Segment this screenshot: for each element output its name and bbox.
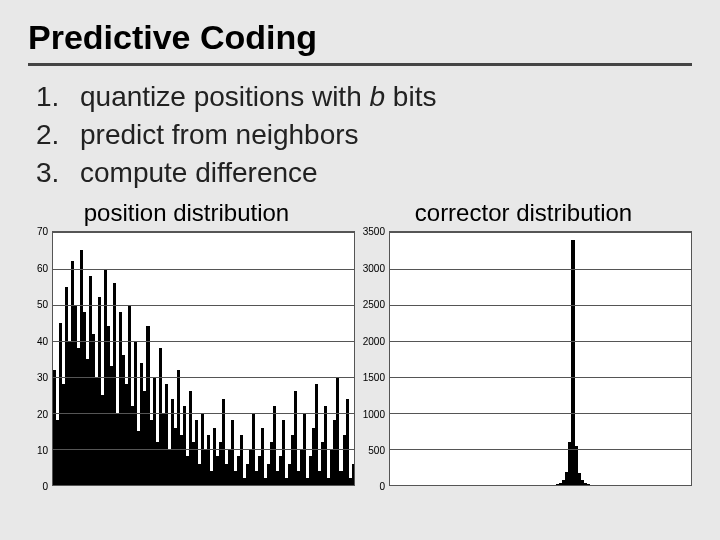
chart-plot-area [389,231,692,486]
y-tick-label: 1000 [363,408,385,419]
y-tick-label: 3500 [363,226,385,237]
charts-row: position distribution 010203040506070 co… [18,195,692,486]
y-axis-labels: 010203040506070 [18,231,52,486]
y-tick-label: 40 [37,335,48,346]
chart-plot-area [52,231,355,486]
chart-title: corrector distribution [355,195,692,231]
y-tick-label: 1500 [363,372,385,383]
y-tick-label: 0 [379,481,385,492]
y-tick-label: 10 [37,444,48,455]
list-text: compute difference [80,154,692,192]
variable-b: b [370,81,386,112]
list-num: 2. [36,116,80,154]
chart-bars [390,232,691,485]
list-num: 3. [36,154,80,192]
chart-bars [53,232,354,485]
slide-title: Predictive Coding [28,18,692,66]
y-tick-label: 500 [368,444,385,455]
list-text: quantize positions with b bits [80,78,692,116]
y-tick-label: 30 [37,372,48,383]
y-tick-label: 0 [42,481,48,492]
list-item: 3. compute difference [36,154,692,192]
list-item: 2. predict from neighbors [36,116,692,154]
y-tick-label: 60 [37,262,48,273]
y-tick-label: 50 [37,299,48,310]
list-item: 1. quantize positions with b bits [36,78,692,116]
y-tick-label: 2000 [363,335,385,346]
y-tick-label: 2500 [363,299,385,310]
step-list: 1. quantize positions with b bits 2. pre… [28,78,692,191]
list-text: predict from neighbors [80,116,692,154]
chart-position-distribution: position distribution 010203040506070 [18,195,355,486]
list-num: 1. [36,78,80,116]
y-tick-label: 3000 [363,262,385,273]
y-axis-labels: 0500100015002000250030003500 [355,231,389,486]
chart-title: position distribution [18,195,355,231]
y-tick-label: 20 [37,408,48,419]
chart-corrector-distribution: corrector distribution 05001000150020002… [355,195,692,486]
y-tick-label: 70 [37,226,48,237]
